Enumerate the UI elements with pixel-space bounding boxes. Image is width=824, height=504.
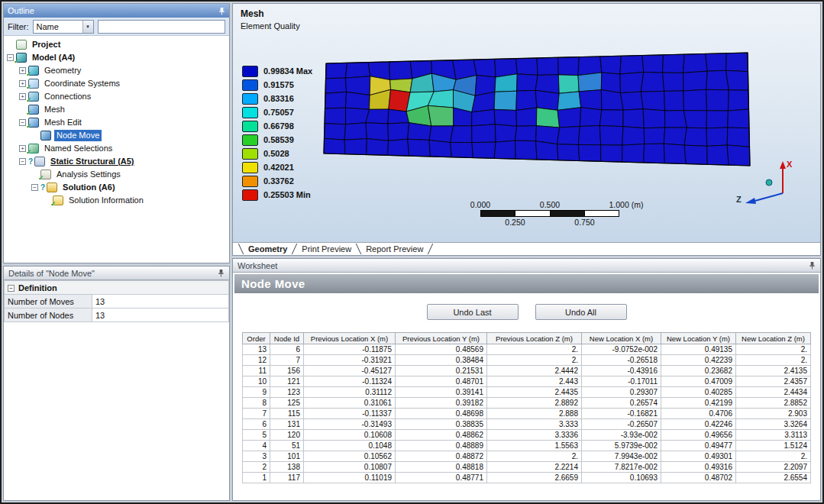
table-cell[interactable]: -0.11337 (304, 409, 396, 419)
table-cell[interactable]: -0.26518 (582, 355, 661, 366)
table-cell[interactable]: -0.43916 (582, 366, 661, 376)
table-cell[interactable]: 2. (736, 355, 811, 366)
tab-report-preview[interactable]: Report Preview (359, 243, 430, 255)
table-cell[interactable]: 0.42239 (661, 355, 736, 366)
table-cell[interactable]: -3.93e-002 (582, 430, 661, 441)
table-cell[interactable]: -0.16821 (582, 409, 661, 419)
table-cell[interactable]: 12 (243, 355, 270, 366)
table-cell[interactable]: 120 (270, 430, 304, 441)
table-cell[interactable]: 5.9739e-002 (582, 441, 661, 451)
table-cell[interactable]: 0.10807 (304, 462, 396, 473)
table-cell[interactable]: 4 (243, 441, 270, 451)
table-cell[interactable]: 2.4434 (736, 387, 811, 398)
table-cell[interactable]: 0.23682 (661, 366, 736, 376)
table-cell[interactable]: 6 (270, 344, 304, 355)
table-cell[interactable]: 0.48872 (396, 451, 487, 462)
table-cell[interactable]: 11 (243, 366, 270, 376)
table-row[interactable]: 11156-0.451270.215312.4442-0.439160.2368… (243, 366, 811, 376)
tree-item-coordinate-systems[interactable]: +Coordinate Systems (4, 77, 229, 90)
table-cell[interactable]: 8 (243, 398, 270, 409)
table-cell[interactable]: 0.29307 (582, 387, 661, 398)
filter-name-dropdown[interactable]: Name ▼ (33, 20, 94, 34)
table-cell[interactable]: 123 (270, 387, 304, 398)
table-row[interactable]: 7115-0.113370.486982.888-0.168210.47062.… (243, 409, 811, 419)
table-cell[interactable]: 2. (487, 344, 582, 355)
table-cell[interactable]: -0.31921 (304, 355, 396, 366)
table-cell[interactable]: 0.4706 (661, 409, 736, 419)
table-cell[interactable]: 2 (243, 462, 270, 473)
tree-item-named-selections[interactable]: +Named Selections (4, 142, 229, 155)
tree-item-analysis-settings[interactable]: Analysis Settings (4, 168, 229, 181)
table-cell[interactable]: 138 (270, 462, 304, 473)
column-header-new-location-x-m[interactable]: New Location X (m) (582, 333, 661, 344)
table-cell[interactable]: 0.39182 (396, 398, 487, 409)
table-cell[interactable]: 1.5124 (736, 441, 811, 451)
tree-item-project[interactable]: Project (4, 38, 229, 51)
table-cell[interactable]: 2. (487, 355, 582, 366)
table-cell[interactable]: 0.48771 (396, 473, 487, 483)
table-cell[interactable]: 2.888 (487, 409, 582, 419)
table-cell[interactable]: 7 (270, 355, 304, 366)
table-cell[interactable]: 125 (270, 398, 304, 409)
collapse-icon[interactable]: − (19, 158, 26, 165)
tree-item-geometry[interactable]: +Geometry (4, 64, 229, 77)
column-header-previous-location-x-m[interactable]: Previous Location X (m) (304, 333, 396, 344)
expand-icon[interactable]: + (19, 145, 26, 152)
definition-section-row[interactable]: −Definition (5, 281, 229, 295)
table-cell[interactable]: 3.3336 (487, 430, 582, 441)
column-header-order[interactable]: Order (243, 333, 270, 344)
table-cell[interactable]: 2.903 (736, 409, 811, 419)
table-cell[interactable]: 7 (243, 409, 270, 419)
table-cell[interactable]: 7.9943e-002 (582, 451, 661, 462)
table-cell[interactable]: 0.49656 (661, 430, 736, 441)
tree-item-static-structural-a5[interactable]: −?Static Structural (A5) (4, 155, 229, 168)
table-row[interactable]: 10121-0.113240.487012.443-0.170110.47009… (243, 376, 811, 387)
tab-print-preview[interactable]: Print Preview (295, 243, 358, 255)
table-row[interactable]: 11170.110190.487712.66590.106930.487022.… (243, 473, 811, 483)
table-cell[interactable]: 51 (270, 441, 304, 451)
table-cell[interactable]: 0.48569 (396, 344, 487, 355)
table-cell[interactable]: 0.38835 (396, 419, 487, 430)
collapse-icon[interactable]: − (8, 285, 15, 292)
table-cell[interactable]: 0.49316 (661, 462, 736, 473)
table-cell[interactable]: 0.47009 (661, 376, 736, 387)
table-cell[interactable]: 1.5563 (487, 441, 582, 451)
table-cell[interactable]: 3.3264 (736, 419, 811, 430)
table-cell[interactable]: 0.48702 (661, 473, 736, 483)
table-row[interactable]: 21380.108070.488182.22147.8217e-0020.493… (243, 462, 811, 473)
table-cell[interactable]: 0.39141 (396, 387, 487, 398)
table-cell[interactable]: 13 (243, 344, 270, 355)
table-cell[interactable]: -0.11324 (304, 376, 396, 387)
table-cell[interactable]: 2.4135 (736, 366, 811, 376)
column-header-node-id[interactable]: Node Id (270, 333, 304, 344)
pin-icon[interactable] (809, 261, 816, 270)
column-header-new-location-z-m[interactable]: New Location Z (m) (736, 333, 811, 344)
details-row-number-of-moves[interactable]: Number of Moves13 (5, 295, 229, 309)
table-cell[interactable]: 0.10562 (304, 451, 396, 462)
tab-geometry[interactable]: Geometry (241, 243, 294, 255)
table-cell[interactable]: 2.2097 (736, 462, 811, 473)
table-cell[interactable]: 7.8217e-002 (582, 462, 661, 473)
table-cell[interactable]: 5 (243, 430, 270, 441)
table-cell[interactable]: 0.48862 (396, 430, 487, 441)
tree-item-mesh[interactable]: Mesh (4, 103, 229, 116)
table-cell[interactable]: 2.4357 (736, 376, 811, 387)
table-cell[interactable]: 131 (270, 419, 304, 430)
tree-item-solution-a6[interactable]: −?Solution (A6) (4, 181, 229, 194)
table-cell[interactable]: 3.3113 (736, 430, 811, 441)
table-cell[interactable]: 0.48701 (396, 376, 487, 387)
table-cell[interactable]: 2.8852 (736, 398, 811, 409)
table-cell[interactable]: 1 (243, 473, 270, 483)
table-cell[interactable]: 2.4435 (487, 387, 582, 398)
collapse-icon[interactable]: − (19, 119, 26, 126)
table-cell[interactable]: 2. (736, 451, 811, 462)
table-cell[interactable]: 9 (243, 387, 270, 398)
collapse-icon[interactable]: − (7, 54, 14, 61)
table-cell[interactable]: 156 (270, 366, 304, 376)
details-row-number-of-nodes[interactable]: Number of Nodes13 (5, 309, 229, 322)
table-cell[interactable]: 2.443 (487, 376, 582, 387)
chevron-down-icon[interactable]: ▼ (82, 21, 93, 33)
column-header-previous-location-y-m[interactable]: Previous Location Y (m) (396, 333, 487, 344)
table-cell[interactable]: 0.26574 (582, 398, 661, 409)
table-cell[interactable]: 0.31061 (304, 398, 396, 409)
